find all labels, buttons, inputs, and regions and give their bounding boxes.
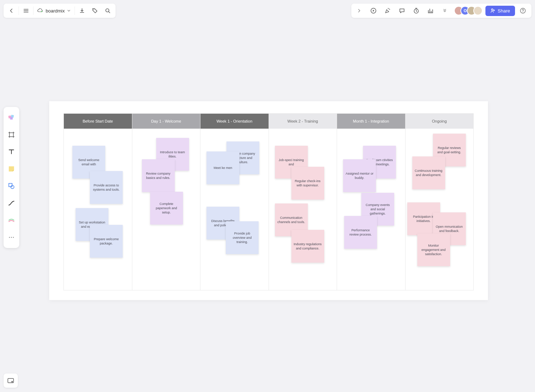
brand-dropdown[interactable]: boardmix (34, 7, 74, 14)
svg-point-13 (11, 237, 12, 238)
sticky-note[interactable]: Complete paperwork and setup. (150, 192, 183, 225)
avatar-stack[interactable]: O (454, 6, 483, 15)
sticky-note[interactable]: Monitor engagement and satisfaction. (417, 233, 450, 266)
column-header: Ongoing (406, 114, 474, 129)
top-left-toolbar: boardmix (4, 4, 116, 18)
board-column: Before Start DateSend welcome email with… (64, 114, 132, 290)
separator (19, 6, 19, 15)
svg-point-12 (9, 237, 10, 238)
column-header: Month 1 - Integration (337, 114, 405, 129)
frame-tool[interactable] (4, 126, 19, 143)
svg-point-2 (106, 9, 109, 12)
text-tool[interactable] (4, 143, 19, 160)
sticky-note[interactable]: Meet ke men (207, 151, 239, 184)
sticky-note[interactable]: Provide job overview and training. (226, 221, 259, 254)
avatar[interactable] (473, 6, 483, 15)
search-button[interactable] (101, 4, 114, 17)
svg-point-11 (11, 185, 14, 189)
svg-point-0 (41, 11, 42, 12)
cloud-icon (37, 7, 44, 14)
play-button[interactable] (367, 4, 380, 17)
sticky-note-tool[interactable] (4, 160, 19, 177)
download-button[interactable] (76, 4, 88, 17)
share-button[interactable]: Share (485, 6, 515, 16)
separator (75, 6, 75, 15)
svg-point-16 (11, 381, 13, 382)
tag-button[interactable] (88, 4, 101, 17)
sticky-note[interactable]: Industry regulations and compliance. (291, 230, 324, 263)
more-dropdown[interactable] (438, 4, 451, 17)
canvas-area[interactable]: Before Start DateSend welcome email with… (49, 101, 488, 300)
minimap-button[interactable] (4, 373, 18, 388)
top-right-toolbar: O Share (351, 4, 531, 18)
back-button[interactable] (5, 4, 18, 17)
column-header: Day 1 - Welcome (132, 114, 200, 129)
chevron-down-icon (67, 9, 71, 13)
board-column: Week 2 - TrainingJob-speci training andR… (269, 114, 337, 290)
brand-label: boardmix (46, 8, 65, 14)
board-column: Month 1 - Integrationttend team ctivitie… (337, 114, 406, 290)
share-label: Share (498, 8, 510, 14)
sticky-note[interactable]: Assigned mentor or buddy. (343, 159, 376, 192)
column-header: Week 1 - Orientation (200, 114, 269, 129)
templates-tool[interactable] (4, 109, 19, 126)
svg-point-5 (491, 9, 493, 10)
sticky-note[interactable]: Performance review process. (344, 216, 377, 249)
board-column: Day 1 - WelcomeIntroduce to team ilities… (132, 114, 201, 290)
board-column: Week 1 - OrientationExplain company stru… (200, 114, 269, 290)
board-column: OngoingRegular reviews and goal-setting.… (406, 114, 474, 290)
column-header: Week 2 - Training (269, 114, 337, 129)
separator (33, 6, 34, 15)
help-button[interactable] (516, 4, 529, 17)
pen-tool[interactable] (4, 212, 19, 229)
timer-button[interactable] (410, 4, 423, 17)
svg-rect-9 (10, 117, 12, 119)
left-toolbar (4, 107, 19, 248)
sticky-note[interactable]: Prepare welcome package. (90, 225, 123, 258)
svg-point-14 (13, 237, 14, 238)
expand-right-icon[interactable] (353, 4, 366, 17)
user-plus-icon (490, 8, 495, 13)
sticky-note[interactable]: Continuous training and development. (412, 156, 445, 189)
menu-button[interactable] (20, 4, 32, 17)
shape-tool[interactable] (4, 177, 19, 195)
sticky-note[interactable]: Review company basics and rules. (142, 159, 175, 192)
column-header: Before Start Date (64, 114, 132, 129)
sticky-note[interactable]: Regular check-ins with supervisor. (291, 167, 324, 200)
svg-point-1 (93, 9, 94, 10)
sticky-note[interactable]: Provide access to systems and tools. (90, 171, 123, 204)
svg-rect-10 (9, 184, 12, 187)
more-tools[interactable] (4, 229, 19, 246)
connector-tool[interactable] (4, 195, 19, 212)
kanban-board: Before Start DateSend welcome email with… (63, 113, 474, 290)
chart-button[interactable] (424, 4, 437, 17)
celebrate-button[interactable] (381, 4, 394, 17)
comment-button[interactable] (396, 4, 408, 17)
